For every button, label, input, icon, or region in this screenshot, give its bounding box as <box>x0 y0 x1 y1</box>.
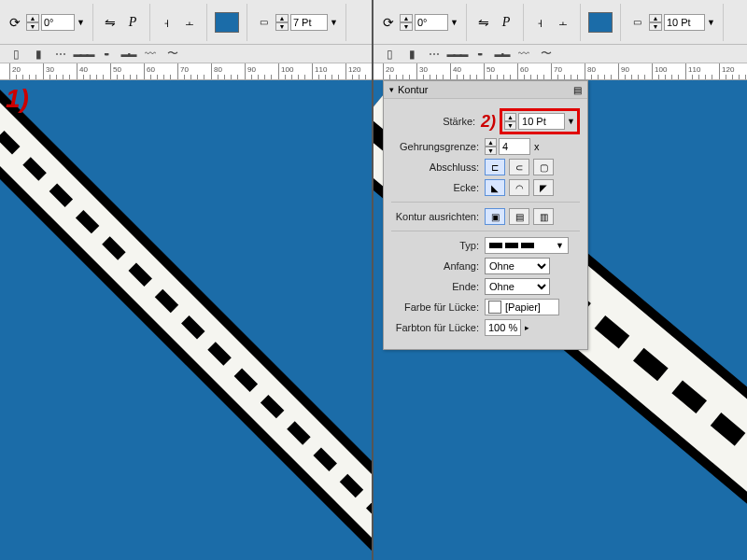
toolbar2-right: ▯ ▮ ⋯ ▬▬▬ ▪▪▪ ▬▪▬ 〰 〜 <box>374 45 747 63</box>
dashed3-icon[interactable]: ▬▪▬ <box>120 47 136 62</box>
align-left-icon[interactable]: ▯ <box>381 47 398 62</box>
gaptint-label: Farbton für Lücke: <box>391 322 485 333</box>
dashed2-icon[interactable]: ▪▪▪ <box>471 47 487 62</box>
flip-h-icon[interactable]: ⇋ <box>101 13 120 32</box>
type-label: Typ: <box>391 240 485 251</box>
align-left-icon[interactable]: ▯ <box>7 47 24 62</box>
dropdown-icon[interactable]: ▼ <box>707 18 715 27</box>
wave2-icon[interactable]: 〜 <box>164 47 181 62</box>
dropdown-icon: ▼ <box>556 241 564 250</box>
ruler-right: 2030405060708090100110120 <box>374 63 747 80</box>
miter-up[interactable]: ▲ <box>485 138 497 147</box>
cap-round[interactable]: ⊂ <box>509 159 529 175</box>
corner-label: Ecke: <box>391 182 485 193</box>
stroke-panel: ▾ Kontur ▤ Stärke: 2) ▲▼ ▼ Gehrungsgrenz… <box>383 80 588 350</box>
align-inside[interactable]: ▤ <box>509 208 529 225</box>
gapcolor-select[interactable]: [Papier] <box>485 299 559 315</box>
rotate-field[interactable]: ⟳ ▲▼ ▼ <box>379 13 458 32</box>
dropdown-icon[interactable]: ▼ <box>330 18 338 27</box>
rotate-down[interactable]: ▼ <box>400 22 413 31</box>
flip-h-icon[interactable]: ⇋ <box>474 13 493 32</box>
stroke-up[interactable]: ▲ <box>649 14 662 22</box>
dropdown-icon[interactable]: ▼ <box>77 18 85 27</box>
distribute-2-icon[interactable]: ⫠ <box>180 13 199 32</box>
toolbar2-left: ▯ ▮ ⋯ ▬▬▬ ▪▪▪ ▬▪▬ 〰 〜 <box>0 45 372 63</box>
rotate-icon: ⟳ <box>379 13 398 32</box>
distribute-icon[interactable]: ⫞ <box>158 13 176 32</box>
miter-label: Gehrungsgrenze: <box>391 141 485 152</box>
stroke-weight-field[interactable]: ▭ ▲▼ ▼ <box>255 13 338 32</box>
dotted-icon[interactable]: ⋯ <box>52 47 69 62</box>
rotate-icon: ⟳ <box>6 13 24 32</box>
align-right-icon[interactable]: ▮ <box>30 47 47 62</box>
dropdown-icon[interactable]: ▼ <box>450 18 458 27</box>
stroke-up[interactable]: ▲ <box>275 14 289 22</box>
gapcolor-label: Farbe für Lücke: <box>391 301 485 313</box>
align-label: Kontur ausrichten: <box>391 211 485 222</box>
weight-label: Stärke: <box>391 116 481 127</box>
paragraph-icon[interactable]: P <box>497 13 515 32</box>
annotation-1: 1) <box>6 84 29 114</box>
start-select[interactable]: Ohne <box>485 258 550 274</box>
right-pane: ⟳ ▲▼ ▼ ⇋ P ⫞ ⫠ ▭ ▲▼ ▼ ▯ ▮ ⋯ ▬▬▬ ▪▪▪ ▬▪▬ … <box>374 0 747 560</box>
rotate-up[interactable]: ▲ <box>400 14 413 22</box>
corner-miter[interactable]: ◣ <box>485 179 505 196</box>
miter-input[interactable] <box>499 138 530 155</box>
slider-icon[interactable]: ▸ <box>525 323 529 332</box>
dashed3-icon[interactable]: ▬▪▬ <box>493 47 510 62</box>
dotted-icon[interactable]: ⋯ <box>426 47 443 62</box>
wave2-icon[interactable]: 〜 <box>538 47 555 62</box>
toolbar-right: ⟳ ▲▼ ▼ ⇋ P ⫞ ⫠ ▭ ▲▼ ▼ <box>374 0 747 45</box>
panel-title: Kontur <box>398 84 428 95</box>
stroke-weight-field[interactable]: ▭ ▲▼ ▼ <box>628 13 715 32</box>
end-select[interactable]: Ohne <box>485 278 550 295</box>
distribute-icon[interactable]: ⫞ <box>531 13 550 32</box>
align-outside[interactable]: ▥ <box>533 208 554 225</box>
rotate-field[interactable]: ⟳ ▲▼ ▼ <box>6 13 85 32</box>
panel-header[interactable]: ▾ Kontur ▤ <box>384 81 587 99</box>
weight-down[interactable]: ▼ <box>504 121 516 130</box>
weight-input[interactable] <box>518 113 565 130</box>
dashed2-icon[interactable]: ▪▪▪ <box>97 47 114 62</box>
ruler-left: 2030405060708090100110120 <box>0 63 372 80</box>
stroke-type-select[interactable]: ▼ <box>485 237 569 254</box>
weight-up[interactable]: ▲ <box>504 113 516 121</box>
align-right-icon[interactable]: ▮ <box>403 47 420 62</box>
rotate-input[interactable] <box>41 14 75 31</box>
corner-round[interactable]: ◠ <box>509 179 529 196</box>
paragraph-icon[interactable]: P <box>123 13 142 32</box>
corner-bevel[interactable]: ◤ <box>533 179 554 196</box>
stroke-down[interactable]: ▼ <box>275 22 289 31</box>
collapse-icon[interactable]: ▾ <box>389 85 394 94</box>
wave1-icon[interactable]: 〰 <box>142 47 159 62</box>
wave1-icon[interactable]: 〰 <box>515 47 532 62</box>
end-label: Ende: <box>391 281 485 292</box>
dropdown-icon[interactable]: ▼ <box>567 117 575 126</box>
panel-menu-icon[interactable]: ▤ <box>573 85 582 95</box>
gaptint-input[interactable]: 100 % <box>485 319 521 336</box>
stroke-weight-input[interactable] <box>664 14 705 31</box>
left-pane: ⟳ ▲▼ ▼ ⇋ P ⫞ ⫠ ▭ ▲▼ ▼ ▯ ▮ ⋯ ▬▬▬ ▪▪▪ ▬▪▬ … <box>0 0 374 560</box>
toolbar-left: ⟳ ▲▼ ▼ ⇋ P ⫞ ⫠ ▭ ▲▼ ▼ <box>0 0 372 45</box>
cap-square[interactable]: ▢ <box>533 159 554 175</box>
dashed1-icon[interactable]: ▬▬▬ <box>75 47 92 62</box>
gapcolor-swatch <box>488 301 501 314</box>
road-graphic-left <box>0 26 374 559</box>
annotation-2: 2) <box>481 112 496 132</box>
stroke-weight-icon: ▭ <box>255 13 274 32</box>
distribute-2-icon[interactable]: ⫠ <box>554 13 572 32</box>
align-center[interactable]: ▣ <box>485 208 505 225</box>
rotate-down[interactable]: ▼ <box>26 22 39 31</box>
rotate-up[interactable]: ▲ <box>26 14 39 22</box>
rotate-input[interactable] <box>415 14 448 31</box>
fill-swatch[interactable] <box>588 12 613 33</box>
miter-suffix: x <box>534 141 540 152</box>
cap-butt[interactable]: ⊏ <box>485 159 505 175</box>
start-label: Anfang: <box>391 260 485 272</box>
weight-highlight: ▲▼ ▼ <box>500 108 580 134</box>
stroke-weight-input[interactable] <box>290 14 328 31</box>
miter-down[interactable]: ▼ <box>485 147 497 155</box>
stroke-down[interactable]: ▼ <box>649 22 662 31</box>
dashed1-icon[interactable]: ▬▬▬ <box>448 47 465 62</box>
fill-swatch[interactable] <box>215 12 239 33</box>
